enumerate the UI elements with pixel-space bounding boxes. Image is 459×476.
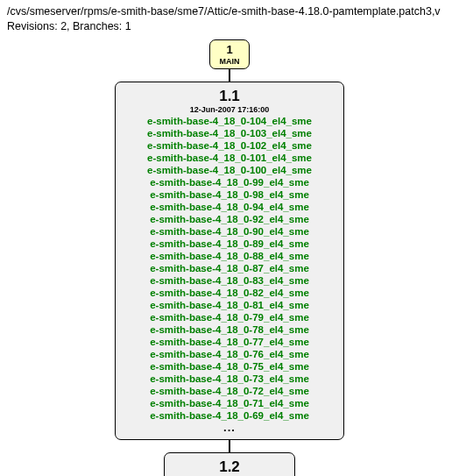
revision-tag: e-smith-base-4_18_0-71_el4_sme [124, 397, 335, 409]
revision-tag: e-smith-base-4_18_0-73_el4_sme [124, 373, 335, 385]
revision-tag: e-smith-base-4_18_0-103_el4_sme [124, 127, 335, 139]
revision-tag: e-smith-base-4_18_0-87_el4_sme [124, 262, 335, 274]
revision-version: 1.1 [124, 89, 335, 104]
revision-tag: e-smith-base-4_18_0-90_el4_sme [124, 225, 335, 238]
revision-tag: e-smith-base-4_18_0-72_el4_sme [124, 385, 335, 397]
revision-tag: e-smith-base-4_18_0-98_el4_sme [124, 188, 335, 201]
branch-main-node[interactable]: 1 MAIN [209, 39, 250, 69]
revision-tag: e-smith-base-4_18_0-99_el4_sme [124, 176, 335, 188]
revision-tag: e-smith-base-4_18_0-81_el4_sme [124, 299, 335, 311]
revision-version: 1.2 [173, 459, 286, 475]
connector-line [229, 440, 230, 452]
tags-ellipsis: ... [124, 422, 335, 434]
revision-tag: e-smith-base-4_18_0-83_el4_sme [124, 274, 335, 287]
revision-tag: e-smith-base-4_18_0-88_el4_sme [124, 250, 335, 262]
revision-tag: e-smith-base-4_18_0-77_el4_sme [124, 336, 335, 348]
branch-label: MAIN [210, 57, 249, 66]
branch-number: 1 [210, 44, 249, 56]
revision-tag: e-smith-base-4_18_0-102_el4_sme [124, 139, 335, 152]
revision-tag: e-smith-base-4_18_0-104_el4_sme [124, 115, 335, 127]
revision-tag: e-smith-base-4_18_0-101_el4_sme [124, 152, 335, 164]
revision-tag: e-smith-base-4_18_0-78_el4_sme [124, 323, 335, 336]
revision-tag: e-smith-base-4_18_0-100_el4_sme [124, 164, 335, 176]
revision-graph: 1 MAIN 1.1 12-Jun-2007 17:16:00 e-smith-… [7, 39, 452, 476]
revision-tag: e-smith-base-4_18_0-82_el4_sme [124, 287, 335, 299]
revisions-info: Revisions: 2, Branches: 1 [7, 20, 452, 32]
revision-tag: e-smith-base-4_18_0-69_el4_sme [124, 409, 335, 422]
revision-tag: e-smith-base-4_18_0-76_el4_sme [124, 348, 335, 360]
revision-tag: e-smith-base-4_18_0-92_el4_sme [124, 213, 335, 225]
revision-1.2-node[interactable]: 1.2 26-Mar-2008 18:01:38 HEAD [164, 452, 295, 476]
revision-tag: e-smith-base-4_18_0-89_el4_sme [124, 238, 335, 250]
revision-tag: e-smith-base-4_18_0-94_el4_sme [124, 201, 335, 213]
revision-1.1-node[interactable]: 1.1 12-Jun-2007 17:16:00 e-smith-base-4_… [115, 82, 344, 440]
connector-line [229, 69, 230, 82]
revision-date: 12-Jun-2007 17:16:00 [124, 105, 335, 115]
revision-tag: e-smith-base-4_18_0-75_el4_sme [124, 360, 335, 373]
file-path: /cvs/smeserver/rpms/e-smith-base/sme7/At… [7, 5, 452, 18]
revision-tag: e-smith-base-4_18_0-79_el4_sme [124, 311, 335, 323]
